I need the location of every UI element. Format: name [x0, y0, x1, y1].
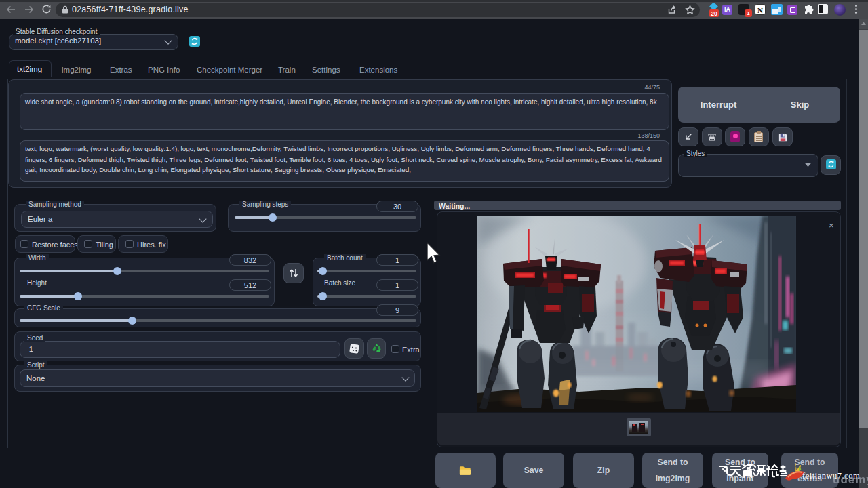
svg-text:20: 20 — [711, 10, 717, 17]
